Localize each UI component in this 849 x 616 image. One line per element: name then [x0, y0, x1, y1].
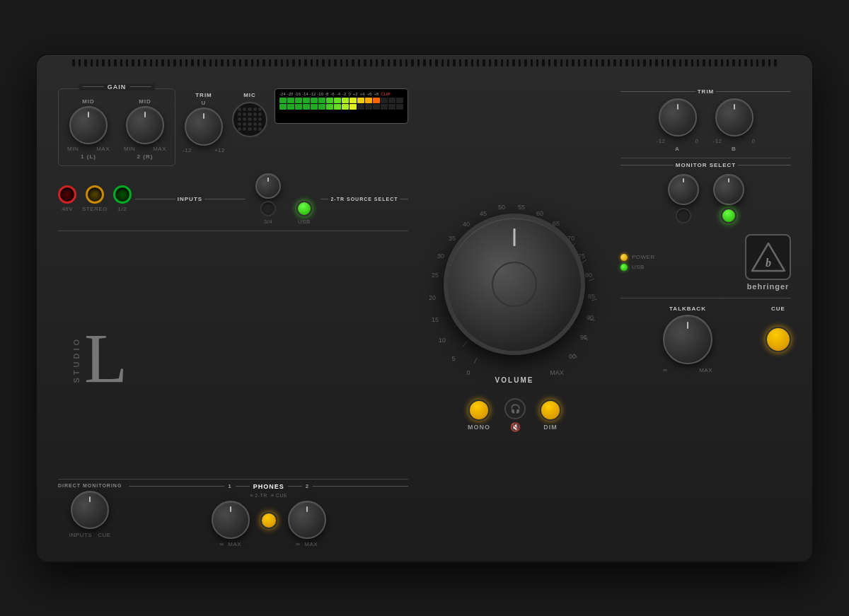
- power-led: [620, 254, 628, 261]
- svg-text:35: 35: [449, 235, 456, 242]
- gain-knob1-min: MIN: [67, 146, 79, 152]
- talkback-cue-section: TALKBACK ∞ MAX CUE: [620, 298, 791, 547]
- usb-label: USB: [632, 264, 645, 270]
- vent-hole: [358, 59, 360, 66]
- vent-hole: [340, 59, 342, 66]
- power-indicator-usb: USB: [620, 264, 655, 271]
- svg-text:10: 10: [439, 337, 446, 344]
- jack-12[interactable]: [113, 185, 132, 204]
- vent-hole: [465, 59, 467, 66]
- source-select-section: 3/4 USB: [255, 173, 317, 225]
- jack-stereo[interactable]: [86, 185, 104, 204]
- phones-label-1: 1: [228, 483, 231, 489]
- mute-jack[interactable]: 🎧: [504, 398, 526, 419]
- phones-cue-label: ≡ CUE: [271, 493, 287, 498]
- gain-knob-1[interactable]: [69, 106, 108, 144]
- vent-hole: [96, 59, 98, 66]
- trim-a-knob[interactable]: [659, 98, 697, 136]
- phones-1-led[interactable]: [260, 512, 277, 529]
- monitor-a-knob[interactable]: [668, 174, 699, 205]
- phones-2-knob[interactable]: [288, 501, 326, 539]
- svg-line-36: [589, 279, 594, 281]
- dim-button[interactable]: [540, 400, 561, 421]
- vent-hole: [269, 59, 271, 66]
- svg-text:b: b: [766, 257, 771, 269]
- vent-hole: [84, 59, 86, 66]
- vent-hole: [685, 59, 687, 66]
- direct-monitoring-knob[interactable]: [71, 491, 109, 529]
- volume-knob[interactable]: [444, 214, 585, 355]
- dim-label: DIM: [543, 424, 558, 431]
- direct-monitoring-section: DIRECT MONITORING INPUTS CUE: [58, 483, 122, 538]
- vent-hole: [507, 59, 509, 66]
- vent-hole: [495, 59, 497, 66]
- vent-hole: [625, 59, 628, 66]
- gain-knob1-label: MID: [82, 98, 95, 105]
- vent-hole: [483, 59, 485, 66]
- vu-meter-section: -24 -20 -16 -14 -12 -10 -8 -6 -4 -2 0: [275, 88, 408, 124]
- jack-48v[interactable]: [58, 185, 76, 204]
- svg-text:55: 55: [518, 204, 525, 211]
- mono-button[interactable]: [468, 400, 490, 421]
- vent-hole: [388, 59, 390, 66]
- mono-label: MONO: [468, 424, 490, 431]
- behringer-triangle-svg: b: [751, 241, 786, 273]
- source-34-led[interactable]: [260, 201, 276, 216]
- vent-hole: [334, 59, 336, 66]
- vent-hole: [370, 59, 372, 66]
- svg-text:30: 30: [437, 252, 444, 260]
- source-34-knob[interactable]: [255, 173, 281, 199]
- trim-left-section: TRIM U -12 +12: [183, 88, 225, 153]
- monitor-a-led[interactable]: [676, 208, 691, 223]
- gain-knob2-min: MIN: [124, 146, 135, 152]
- trim-right-label: TRIM: [698, 88, 715, 95]
- monitor-b-knob[interactable]: [713, 174, 744, 205]
- phones-1-max: MAX: [228, 541, 241, 547]
- vent-hole: [417, 59, 420, 66]
- vent-hole: [727, 59, 729, 66]
- vent-hole: [578, 59, 580, 66]
- svg-text:40: 40: [463, 221, 470, 228]
- monitor-b-led[interactable]: [721, 208, 737, 223]
- svg-text:15: 15: [432, 316, 439, 323]
- vent-hole: [697, 59, 699, 66]
- talkback-knob[interactable]: [663, 315, 712, 364]
- vent-hole: [435, 59, 437, 66]
- svg-text:45: 45: [480, 210, 487, 217]
- vent-hole: [405, 59, 408, 66]
- vent-hole: [471, 59, 473, 66]
- vent-hole: [322, 59, 324, 66]
- vent-hole: [180, 59, 182, 66]
- trim-b-label: B: [732, 146, 737, 152]
- vent-hole: [91, 59, 93, 66]
- svg-text:5: 5: [451, 355, 455, 362]
- vent-hole: [715, 59, 717, 66]
- svg-text:20: 20: [429, 294, 436, 301]
- power-indicator-power: POWER: [620, 254, 655, 261]
- vent-hole: [173, 59, 175, 66]
- vu-meter-display: -24 -20 -16 -14 -12 -10 -8 -6 -4 -2 0: [275, 88, 408, 124]
- vent-hole: [126, 59, 128, 66]
- source-usb-led[interactable]: [296, 201, 312, 216]
- trim-left-sublabel: U: [202, 100, 207, 106]
- vent-hole: [381, 59, 383, 66]
- phones-1-knob[interactable]: [212, 501, 250, 539]
- trim-b-knob[interactable]: [715, 98, 753, 136]
- vent-hole: [721, 59, 723, 66]
- gain-knob2-label: MID: [139, 98, 151, 105]
- cue-button[interactable]: [766, 327, 791, 352]
- trim-right-section: -12 0 A -12 0 B: [620, 98, 791, 152]
- vent-hole: [168, 59, 170, 66]
- gain-knob2-sublabel: 2 (R): [137, 153, 154, 160]
- source-select-label: 2-TR SOURCE SELECT: [330, 197, 398, 202]
- mute-icon: 🔇: [510, 422, 521, 432]
- vent-hole: [536, 59, 538, 66]
- gain-knob-2[interactable]: [126, 106, 164, 144]
- svg-text:MAX: MAX: [550, 369, 564, 376]
- vent-hole: [245, 59, 247, 66]
- trim-left-knob[interactable]: [185, 107, 223, 146]
- vent-hole: [287, 59, 289, 66]
- vent-hole: [191, 59, 193, 66]
- phones-1-min: ∞: [219, 541, 224, 547]
- cue-label: CUE: [771, 306, 785, 312]
